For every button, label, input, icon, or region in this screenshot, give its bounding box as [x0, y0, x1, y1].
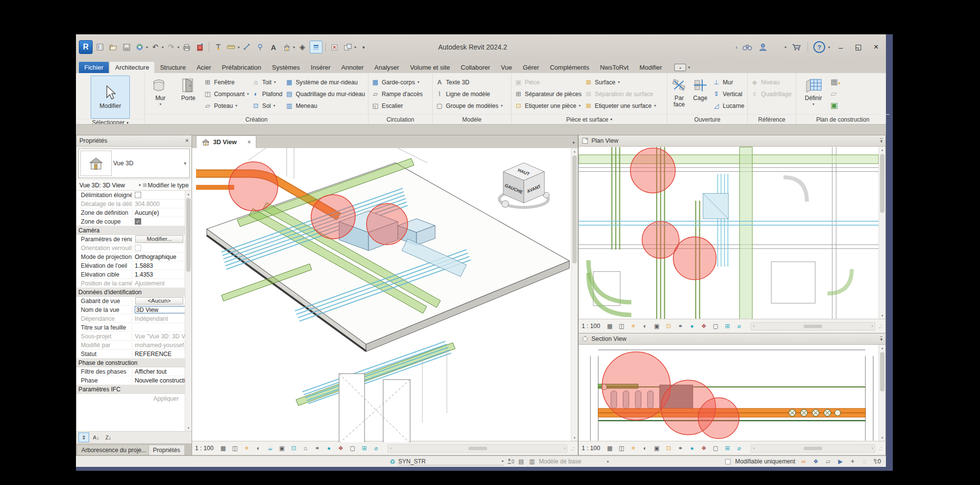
scale-button[interactable]: 1 : 100 — [582, 445, 600, 452]
sync-dropdown-icon[interactable]: ▾ — [146, 45, 148, 50]
link-select-icon[interactable]: ∞ — [800, 458, 808, 465]
panel-label-circulation[interactable]: Circulation — [368, 114, 432, 124]
tab-properties[interactable]: Propriétés — [149, 445, 184, 455]
scroll-up-icon[interactable]: ▴ — [574, 148, 576, 154]
tab-modifier[interactable]: Modifier — [634, 62, 667, 73]
ribbon-display-toggle[interactable]: ▴ ▾ — [674, 64, 690, 73]
account-dropdown-icon[interactable]: ▾ — [784, 45, 786, 50]
resize-grip[interactable]: .: — [879, 446, 882, 451]
scroll-down-icon[interactable]: ▾ — [882, 312, 883, 319]
tab-prefabrication[interactable]: Préfabrication — [217, 62, 267, 73]
sort-ascending-button[interactable]: A↓ — [91, 433, 101, 442]
resize-grip[interactable]: .: — [879, 324, 882, 329]
section-scrollbar[interactable]: ▴ ▾ — [879, 345, 885, 441]
tab-acier[interactable]: Acier — [191, 62, 217, 73]
panel-label-reference[interactable]: Référence — [748, 114, 796, 124]
crop-view-icon[interactable]: ▣ — [653, 322, 661, 331]
surface-button[interactable]: ⊠Surface▾ — [585, 77, 656, 87]
shadows-icon[interactable]: ◐ — [254, 444, 263, 453]
switch-windows-icon[interactable] — [342, 41, 354, 53]
porte-button[interactable]: Porte — [176, 76, 201, 102]
qat-customize-icon[interactable]: ▾ — [358, 41, 369, 53]
view-template-button[interactable]: <Aucun> — [135, 297, 183, 305]
tab-vue[interactable]: Vue — [495, 62, 517, 73]
poteau-button[interactable]: ▱Poteau▾ — [204, 101, 249, 111]
cage-button[interactable]: Cage — [691, 76, 710, 102]
sun-path-icon[interactable]: ☀ — [243, 444, 251, 453]
texte-3d-button[interactable]: ATexte 3D — [436, 77, 503, 87]
scroll-left-icon[interactable]: ‹ — [751, 324, 757, 329]
plan-view-header[interactable]: Plan View ▾ — [579, 135, 885, 147]
property-value[interactable]: Afficher tout — [132, 368, 185, 375]
open-icon[interactable] — [107, 41, 119, 53]
view-dropdown-icon[interactable]: ▾ — [293, 45, 295, 50]
modify-pin-icon[interactable] — [212, 41, 224, 53]
tab-systemes[interactable]: Systèmes — [267, 62, 305, 73]
measure-tool-icon[interactable]: ⌀ — [735, 322, 743, 331]
fenetre-button[interactable]: ⊞Fenêtre — [204, 77, 249, 87]
scroll-left-icon[interactable]: ‹ — [751, 446, 757, 451]
view-cube[interactable]: HAUT GAUCHE AVANT — [495, 159, 554, 212]
measure-icon[interactable] — [225, 41, 237, 53]
scroll-up-icon[interactable]: ▴ — [882, 147, 883, 153]
aligned-dimension-icon[interactable] — [241, 41, 253, 53]
editable-only-checkbox[interactable] — [725, 459, 731, 464]
measure-tool-icon[interactable]: ⌀ — [735, 444, 743, 453]
properties-scrollbar[interactable]: ▴ ▾ — [185, 191, 192, 431]
design-options-dialog-icon[interactable]: ▥ — [528, 458, 536, 465]
property-value[interactable]: Nouvelle construction — [132, 377, 185, 384]
redo-icon[interactable]: ↷ — [165, 41, 177, 53]
default-3d-view-icon[interactable] — [281, 41, 293, 53]
render-settings-button[interactable]: Modifier... — [135, 235, 183, 243]
search-collapse-icon[interactable]: ‹ — [735, 44, 737, 50]
select-underlay-icon[interactable]: ▱ — [824, 458, 832, 465]
recent-documents-icon[interactable] — [94, 41, 106, 53]
design-option-dropdown-icon[interactable]: ▾ — [607, 459, 609, 464]
sun-path-icon[interactable]: ☀ — [629, 444, 637, 453]
panel-label-modele[interactable]: Modèle — [433, 114, 511, 124]
scale-button[interactable]: 1 : 100 — [195, 445, 214, 452]
ouverture-mur-button[interactable]: ⊥Mur — [712, 77, 744, 87]
property-value[interactable]: Aucun(e) — [132, 209, 185, 216]
crop-region-icon[interactable]: ⊡ — [664, 444, 673, 453]
scrollbar-thumb[interactable] — [804, 447, 822, 450]
section-ifc-parameters[interactable]: Paramètres IFC — [76, 385, 185, 394]
search-binoculars-icon[interactable] — [741, 41, 753, 53]
redo-dropdown-icon[interactable]: ▾ — [177, 45, 179, 50]
tab-gerer[interactable]: Gérer — [517, 62, 544, 73]
section-phasing[interactable]: Phase de construction — [76, 358, 185, 367]
tab-complements[interactable]: Compléments — [544, 62, 594, 73]
select-pinned-icon[interactable]: ▶ — [836, 458, 844, 465]
scrollbar-thumb[interactable] — [186, 198, 191, 272]
scroll-down-icon[interactable]: ▾ — [574, 434, 576, 441]
view-tab-3d[interactable]: 3D View × — [196, 135, 256, 148]
section-box-checkbox[interactable]: ✓ — [135, 218, 141, 225]
view-tab-close-icon[interactable]: × — [247, 139, 251, 146]
panel-label-piece-surface[interactable]: Pièce et surface▾ — [512, 114, 667, 124]
displace-elements-icon[interactable]: ⊞ — [360, 444, 368, 453]
tab-analyser[interactable]: Analyser — [369, 62, 405, 73]
ligne-modele-button[interactable]: ⌇Ligne de modèle — [436, 89, 503, 99]
measure-dropdown-icon[interactable]: ▾ — [238, 45, 240, 50]
property-value[interactable]: 1.5883 — [132, 262, 185, 269]
editing-requests-icon[interactable]: 0 — [507, 459, 514, 464]
properties-close-icon[interactable]: × — [185, 137, 189, 144]
switch-windows-dropdown-icon[interactable]: ▾ — [354, 45, 356, 50]
sort-descending-button[interactable]: Z↓ — [103, 433, 114, 442]
scrollbar-thumb[interactable] — [804, 325, 822, 328]
etiqueter-piece-button[interactable]: ⊡Etiqueter une pièce▾ — [514, 101, 582, 111]
horizontal-scrollbar[interactable]: ‹ › — [751, 444, 876, 453]
close-button[interactable]: × — [869, 42, 883, 52]
close-hidden-windows-icon[interactable] — [194, 41, 206, 53]
far-clip-checkbox[interactable] — [135, 192, 141, 198]
edit-type-button[interactable]: ⊞ Modifier le type — [143, 182, 189, 189]
visual-style-icon[interactable]: ◫ — [231, 444, 239, 453]
reveal-hidden-icon[interactable]: ⚭ — [676, 444, 685, 453]
undo-icon[interactable]: ↶ — [149, 41, 161, 53]
tab-nwstorvt[interactable]: NwsToRvt — [594, 62, 634, 73]
modifier-button[interactable]: Modifier — [91, 76, 130, 119]
crop-view-icon[interactable]: ▣ — [653, 444, 661, 453]
view-tab-overflow-icon[interactable]: ▾ — [572, 140, 575, 148]
crop-region-icon[interactable]: ⊡ — [664, 322, 673, 331]
par-face-button[interactable]: Par face — [670, 76, 688, 108]
